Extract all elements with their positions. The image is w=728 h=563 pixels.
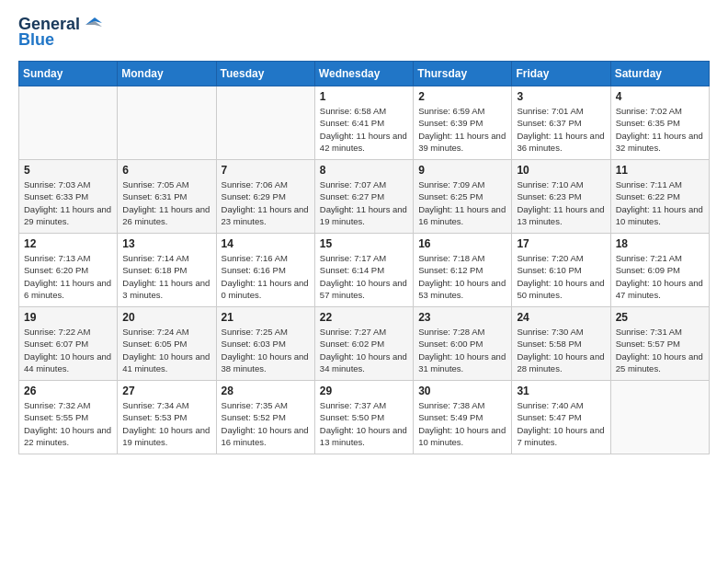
- calendar-week-row: 19Sunrise: 7:22 AMSunset: 6:07 PMDayligh…: [19, 307, 710, 381]
- day-info: Sunrise: 7:05 AMSunset: 6:31 PMDaylight:…: [122, 178, 210, 227]
- calendar-cell: 18Sunrise: 7:21 AMSunset: 6:09 PMDayligh…: [610, 234, 709, 307]
- calendar-cell: 9Sunrise: 7:09 AMSunset: 6:25 PMDaylight…: [414, 160, 512, 234]
- calendar-cell: [19, 86, 118, 160]
- calendar-header-thursday: Thursday: [414, 62, 512, 86]
- day-info: Sunrise: 7:40 AMSunset: 5:47 PMDaylight:…: [517, 399, 605, 448]
- calendar-cell: 26Sunrise: 7:32 AMSunset: 5:55 PMDayligh…: [19, 381, 118, 454]
- day-info: Sunrise: 7:38 AMSunset: 5:49 PMDaylight:…: [418, 399, 506, 448]
- page: General Blue SundayMondayTuesdayWednesda…: [0, 0, 728, 469]
- calendar-week-row: 12Sunrise: 7:13 AMSunset: 6:20 PMDayligh…: [19, 234, 710, 307]
- day-number: 15: [320, 237, 408, 250]
- day-number: 30: [418, 385, 506, 397]
- day-info: Sunrise: 7:34 AMSunset: 5:53 PMDaylight:…: [122, 399, 210, 448]
- calendar-cell: 27Sunrise: 7:34 AMSunset: 5:53 PMDayligh…: [118, 381, 216, 454]
- day-number: 13: [122, 237, 210, 250]
- calendar-table: SundayMondayTuesdayWednesdayThursdayFrid…: [18, 61, 710, 454]
- day-number: 23: [418, 311, 506, 324]
- day-info: Sunrise: 7:18 AMSunset: 6:12 PMDaylight:…: [418, 252, 506, 301]
- calendar-cell: 5Sunrise: 7:03 AMSunset: 6:33 PMDaylight…: [19, 160, 118, 234]
- day-number: 19: [24, 311, 112, 324]
- calendar-cell: 1Sunrise: 6:58 AMSunset: 6:41 PMDaylight…: [314, 86, 413, 160]
- calendar-cell: 24Sunrise: 7:30 AMSunset: 5:58 PMDayligh…: [512, 307, 610, 381]
- calendar-week-row: 26Sunrise: 7:32 AMSunset: 5:55 PMDayligh…: [19, 381, 710, 454]
- calendar-week-row: 5Sunrise: 7:03 AMSunset: 6:33 PMDaylight…: [19, 160, 710, 234]
- day-info: Sunrise: 7:22 AMSunset: 6:07 PMDaylight:…: [24, 326, 112, 374]
- day-number: 9: [418, 164, 506, 177]
- day-info: Sunrise: 7:06 AMSunset: 6:29 PMDaylight:…: [222, 178, 310, 227]
- day-number: 18: [616, 237, 704, 250]
- day-number: 14: [222, 237, 310, 250]
- calendar-week-row: 1Sunrise: 6:58 AMSunset: 6:41 PMDaylight…: [19, 86, 710, 160]
- day-number: 8: [320, 164, 408, 177]
- calendar-cell: 6Sunrise: 7:05 AMSunset: 6:31 PMDaylight…: [118, 160, 216, 234]
- day-number: 1: [320, 90, 408, 103]
- day-number: 7: [222, 164, 310, 177]
- calendar-header-row: SundayMondayTuesdayWednesdayThursdayFrid…: [19, 62, 710, 86]
- calendar-cell: 10Sunrise: 7:10 AMSunset: 6:23 PMDayligh…: [512, 160, 610, 234]
- calendar-header-wednesday: Wednesday: [314, 62, 413, 86]
- logo-blue-text: Blue: [18, 30, 54, 50]
- day-info: Sunrise: 7:11 AMSunset: 6:22 PMDaylight:…: [616, 178, 704, 227]
- calendar-cell: 14Sunrise: 7:16 AMSunset: 6:16 PMDayligh…: [216, 234, 314, 307]
- calendar-cell: 28Sunrise: 7:35 AMSunset: 5:52 PMDayligh…: [216, 381, 314, 454]
- day-number: 4: [616, 90, 704, 103]
- day-info: Sunrise: 7:21 AMSunset: 6:09 PMDaylight:…: [616, 252, 704, 301]
- day-number: 6: [122, 164, 210, 177]
- day-number: 29: [320, 385, 408, 397]
- logo-bird-icon: [82, 17, 102, 32]
- calendar-cell: 8Sunrise: 7:07 AMSunset: 6:27 PMDaylight…: [314, 160, 413, 234]
- calendar-cell: 15Sunrise: 7:17 AMSunset: 6:14 PMDayligh…: [314, 234, 413, 307]
- day-number: 20: [122, 311, 210, 324]
- day-info: Sunrise: 7:09 AMSunset: 6:25 PMDaylight:…: [418, 178, 506, 227]
- day-info: Sunrise: 7:03 AMSunset: 6:33 PMDaylight:…: [24, 178, 112, 227]
- calendar-cell: 23Sunrise: 7:28 AMSunset: 6:00 PMDayligh…: [414, 307, 512, 381]
- calendar-cell: [216, 86, 314, 160]
- day-info: Sunrise: 7:01 AMSunset: 6:37 PMDaylight:…: [517, 105, 605, 154]
- day-info: Sunrise: 7:13 AMSunset: 6:20 PMDaylight:…: [24, 252, 112, 301]
- day-info: Sunrise: 7:16 AMSunset: 6:16 PMDaylight:…: [222, 252, 310, 301]
- day-info: Sunrise: 7:32 AMSunset: 5:55 PMDaylight:…: [24, 399, 112, 448]
- day-number: 17: [517, 237, 605, 250]
- day-info: Sunrise: 7:14 AMSunset: 6:18 PMDaylight:…: [122, 252, 210, 301]
- day-number: 22: [320, 311, 408, 324]
- day-info: Sunrise: 7:02 AMSunset: 6:35 PMDaylight:…: [616, 105, 704, 154]
- calendar-cell: 7Sunrise: 7:06 AMSunset: 6:29 PMDaylight…: [216, 160, 314, 234]
- calendar-header-saturday: Saturday: [610, 62, 709, 86]
- day-info: Sunrise: 7:20 AMSunset: 6:10 PMDaylight:…: [517, 252, 605, 301]
- day-info: Sunrise: 7:28 AMSunset: 6:00 PMDaylight:…: [418, 326, 506, 374]
- day-info: Sunrise: 7:35 AMSunset: 5:52 PMDaylight:…: [222, 399, 310, 448]
- day-number: 12: [24, 237, 112, 250]
- day-info: Sunrise: 7:17 AMSunset: 6:14 PMDaylight:…: [320, 252, 408, 301]
- calendar-cell: 22Sunrise: 7:27 AMSunset: 6:02 PMDayligh…: [314, 307, 413, 381]
- day-number: 21: [222, 311, 310, 324]
- calendar-cell: 11Sunrise: 7:11 AMSunset: 6:22 PMDayligh…: [610, 160, 709, 234]
- day-info: Sunrise: 7:37 AMSunset: 5:50 PMDaylight:…: [320, 399, 408, 448]
- day-number: 28: [222, 385, 310, 397]
- day-number: 10: [517, 164, 605, 177]
- calendar-cell: 16Sunrise: 7:18 AMSunset: 6:12 PMDayligh…: [414, 234, 512, 307]
- calendar-cell: 29Sunrise: 7:37 AMSunset: 5:50 PMDayligh…: [314, 381, 413, 454]
- calendar-cell: 25Sunrise: 7:31 AMSunset: 5:57 PMDayligh…: [610, 307, 709, 381]
- day-info: Sunrise: 7:31 AMSunset: 5:57 PMDaylight:…: [616, 326, 704, 374]
- calendar-header-monday: Monday: [118, 62, 216, 86]
- logo: General Blue: [18, 15, 102, 50]
- calendar-cell: 3Sunrise: 7:01 AMSunset: 6:37 PMDaylight…: [512, 86, 610, 160]
- calendar-cell: 12Sunrise: 7:13 AMSunset: 6:20 PMDayligh…: [19, 234, 118, 307]
- day-number: 3: [517, 90, 605, 103]
- day-info: Sunrise: 7:10 AMSunset: 6:23 PMDaylight:…: [517, 178, 605, 227]
- calendar-cell: [610, 381, 709, 454]
- calendar-cell: 13Sunrise: 7:14 AMSunset: 6:18 PMDayligh…: [118, 234, 216, 307]
- calendar-cell: 4Sunrise: 7:02 AMSunset: 6:35 PMDaylight…: [610, 86, 709, 160]
- calendar-cell: [118, 86, 216, 160]
- day-number: 16: [418, 237, 506, 250]
- day-number: 2: [418, 90, 506, 103]
- calendar-header-friday: Friday: [512, 62, 610, 86]
- day-number: 11: [616, 164, 704, 177]
- calendar-cell: 2Sunrise: 6:59 AMSunset: 6:39 PMDaylight…: [414, 86, 512, 160]
- day-info: Sunrise: 7:30 AMSunset: 5:58 PMDaylight:…: [517, 326, 605, 374]
- calendar-cell: 31Sunrise: 7:40 AMSunset: 5:47 PMDayligh…: [512, 381, 610, 454]
- header: General Blue: [18, 15, 710, 50]
- calendar-cell: 21Sunrise: 7:25 AMSunset: 6:03 PMDayligh…: [216, 307, 314, 381]
- day-number: 27: [122, 385, 210, 397]
- day-number: 5: [24, 164, 112, 177]
